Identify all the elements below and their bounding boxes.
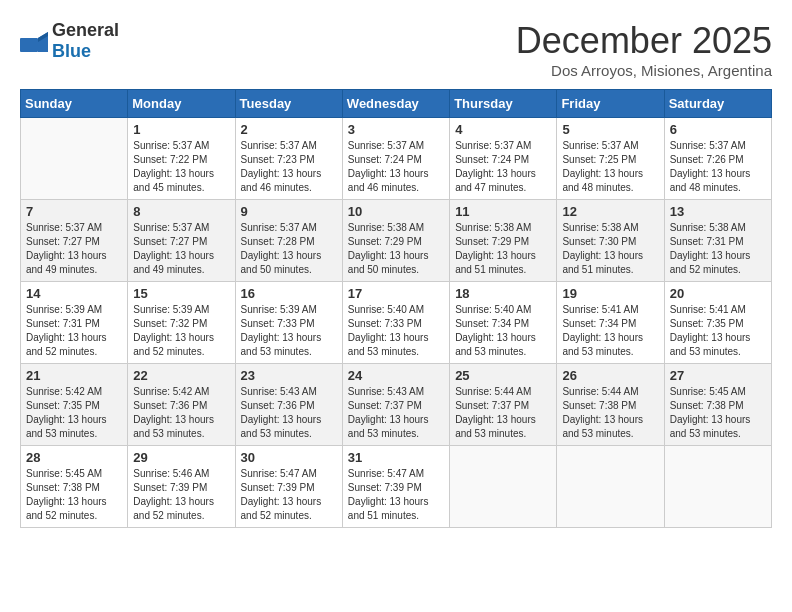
day-info: Sunrise: 5:37 AMSunset: 7:27 PMDaylight:… (133, 221, 229, 277)
day-info: Sunrise: 5:47 AMSunset: 7:39 PMDaylight:… (241, 467, 337, 523)
calendar-cell: 31Sunrise: 5:47 AMSunset: 7:39 PMDayligh… (342, 446, 449, 528)
day-number: 16 (241, 286, 337, 301)
calendar-cell: 7Sunrise: 5:37 AMSunset: 7:27 PMDaylight… (21, 200, 128, 282)
day-info: Sunrise: 5:42 AMSunset: 7:36 PMDaylight:… (133, 385, 229, 441)
header-day-friday: Friday (557, 90, 664, 118)
calendar-cell: 1Sunrise: 5:37 AMSunset: 7:22 PMDaylight… (128, 118, 235, 200)
month-title: December 2025 (516, 20, 772, 62)
calendar-cell (450, 446, 557, 528)
day-info: Sunrise: 5:38 AMSunset: 7:29 PMDaylight:… (348, 221, 444, 277)
day-info: Sunrise: 5:37 AMSunset: 7:26 PMDaylight:… (670, 139, 766, 195)
logo-general: General (52, 20, 119, 40)
day-info: Sunrise: 5:38 AMSunset: 7:29 PMDaylight:… (455, 221, 551, 277)
day-number: 15 (133, 286, 229, 301)
day-number: 21 (26, 368, 122, 383)
calendar-cell: 2Sunrise: 5:37 AMSunset: 7:23 PMDaylight… (235, 118, 342, 200)
header-day-sunday: Sunday (21, 90, 128, 118)
day-number: 17 (348, 286, 444, 301)
calendar-week-5: 28Sunrise: 5:45 AMSunset: 7:38 PMDayligh… (21, 446, 772, 528)
day-info: Sunrise: 5:39 AMSunset: 7:31 PMDaylight:… (26, 303, 122, 359)
calendar-cell: 26Sunrise: 5:44 AMSunset: 7:38 PMDayligh… (557, 364, 664, 446)
calendar-cell: 24Sunrise: 5:43 AMSunset: 7:37 PMDayligh… (342, 364, 449, 446)
day-info: Sunrise: 5:37 AMSunset: 7:25 PMDaylight:… (562, 139, 658, 195)
day-number: 14 (26, 286, 122, 301)
day-info: Sunrise: 5:39 AMSunset: 7:33 PMDaylight:… (241, 303, 337, 359)
day-number: 22 (133, 368, 229, 383)
calendar-cell: 15Sunrise: 5:39 AMSunset: 7:32 PMDayligh… (128, 282, 235, 364)
day-number: 11 (455, 204, 551, 219)
day-number: 12 (562, 204, 658, 219)
calendar-cell (664, 446, 771, 528)
day-number: 2 (241, 122, 337, 137)
day-info: Sunrise: 5:46 AMSunset: 7:39 PMDaylight:… (133, 467, 229, 523)
day-info: Sunrise: 5:37 AMSunset: 7:24 PMDaylight:… (348, 139, 444, 195)
calendar-cell: 30Sunrise: 5:47 AMSunset: 7:39 PMDayligh… (235, 446, 342, 528)
header-day-thursday: Thursday (450, 90, 557, 118)
header-day-monday: Monday (128, 90, 235, 118)
day-info: Sunrise: 5:37 AMSunset: 7:24 PMDaylight:… (455, 139, 551, 195)
calendar-cell: 17Sunrise: 5:40 AMSunset: 7:33 PMDayligh… (342, 282, 449, 364)
day-info: Sunrise: 5:44 AMSunset: 7:37 PMDaylight:… (455, 385, 551, 441)
day-info: Sunrise: 5:37 AMSunset: 7:28 PMDaylight:… (241, 221, 337, 277)
day-number: 1 (133, 122, 229, 137)
day-number: 10 (348, 204, 444, 219)
day-number: 5 (562, 122, 658, 137)
calendar-cell: 25Sunrise: 5:44 AMSunset: 7:37 PMDayligh… (450, 364, 557, 446)
calendar-cell: 18Sunrise: 5:40 AMSunset: 7:34 PMDayligh… (450, 282, 557, 364)
day-number: 9 (241, 204, 337, 219)
day-info: Sunrise: 5:40 AMSunset: 7:34 PMDaylight:… (455, 303, 551, 359)
day-info: Sunrise: 5:47 AMSunset: 7:39 PMDaylight:… (348, 467, 444, 523)
calendar-week-1: 1Sunrise: 5:37 AMSunset: 7:22 PMDaylight… (21, 118, 772, 200)
day-number: 23 (241, 368, 337, 383)
calendar-cell: 27Sunrise: 5:45 AMSunset: 7:38 PMDayligh… (664, 364, 771, 446)
day-number: 6 (670, 122, 766, 137)
day-info: Sunrise: 5:45 AMSunset: 7:38 PMDaylight:… (670, 385, 766, 441)
calendar-cell: 8Sunrise: 5:37 AMSunset: 7:27 PMDaylight… (128, 200, 235, 282)
calendar-cell: 22Sunrise: 5:42 AMSunset: 7:36 PMDayligh… (128, 364, 235, 446)
day-number: 8 (133, 204, 229, 219)
day-number: 20 (670, 286, 766, 301)
day-info: Sunrise: 5:41 AMSunset: 7:35 PMDaylight:… (670, 303, 766, 359)
calendar-cell: 23Sunrise: 5:43 AMSunset: 7:36 PMDayligh… (235, 364, 342, 446)
day-number: 3 (348, 122, 444, 137)
calendar-header: SundayMondayTuesdayWednesdayThursdayFrid… (21, 90, 772, 118)
calendar-cell: 6Sunrise: 5:37 AMSunset: 7:26 PMDaylight… (664, 118, 771, 200)
calendar-week-4: 21Sunrise: 5:42 AMSunset: 7:35 PMDayligh… (21, 364, 772, 446)
subtitle: Dos Arroyos, Misiones, Argentina (516, 62, 772, 79)
calendar-cell: 13Sunrise: 5:38 AMSunset: 7:31 PMDayligh… (664, 200, 771, 282)
calendar-cell: 11Sunrise: 5:38 AMSunset: 7:29 PMDayligh… (450, 200, 557, 282)
title-section: December 2025 Dos Arroyos, Misiones, Arg… (516, 20, 772, 79)
calendar-cell: 14Sunrise: 5:39 AMSunset: 7:31 PMDayligh… (21, 282, 128, 364)
logo-icon (20, 30, 48, 52)
page-header: General Blue December 2025 Dos Arroyos, … (20, 20, 772, 79)
day-info: Sunrise: 5:43 AMSunset: 7:36 PMDaylight:… (241, 385, 337, 441)
day-number: 7 (26, 204, 122, 219)
day-info: Sunrise: 5:43 AMSunset: 7:37 PMDaylight:… (348, 385, 444, 441)
calendar-body: 1Sunrise: 5:37 AMSunset: 7:22 PMDaylight… (21, 118, 772, 528)
day-info: Sunrise: 5:40 AMSunset: 7:33 PMDaylight:… (348, 303, 444, 359)
calendar-cell: 28Sunrise: 5:45 AMSunset: 7:38 PMDayligh… (21, 446, 128, 528)
calendar-week-2: 7Sunrise: 5:37 AMSunset: 7:27 PMDaylight… (21, 200, 772, 282)
day-number: 13 (670, 204, 766, 219)
calendar-cell: 5Sunrise: 5:37 AMSunset: 7:25 PMDaylight… (557, 118, 664, 200)
day-info: Sunrise: 5:38 AMSunset: 7:30 PMDaylight:… (562, 221, 658, 277)
day-info: Sunrise: 5:45 AMSunset: 7:38 PMDaylight:… (26, 467, 122, 523)
day-number: 30 (241, 450, 337, 465)
logo-blue: Blue (52, 41, 91, 61)
logo: General Blue (20, 20, 119, 62)
calendar-week-3: 14Sunrise: 5:39 AMSunset: 7:31 PMDayligh… (21, 282, 772, 364)
calendar-cell (21, 118, 128, 200)
day-number: 31 (348, 450, 444, 465)
day-info: Sunrise: 5:42 AMSunset: 7:35 PMDaylight:… (26, 385, 122, 441)
day-info: Sunrise: 5:41 AMSunset: 7:34 PMDaylight:… (562, 303, 658, 359)
day-info: Sunrise: 5:44 AMSunset: 7:38 PMDaylight:… (562, 385, 658, 441)
day-number: 27 (670, 368, 766, 383)
svg-rect-0 (20, 38, 38, 52)
day-info: Sunrise: 5:37 AMSunset: 7:27 PMDaylight:… (26, 221, 122, 277)
calendar-cell: 9Sunrise: 5:37 AMSunset: 7:28 PMDaylight… (235, 200, 342, 282)
day-number: 25 (455, 368, 551, 383)
calendar-cell: 19Sunrise: 5:41 AMSunset: 7:34 PMDayligh… (557, 282, 664, 364)
day-number: 4 (455, 122, 551, 137)
day-number: 28 (26, 450, 122, 465)
day-number: 26 (562, 368, 658, 383)
